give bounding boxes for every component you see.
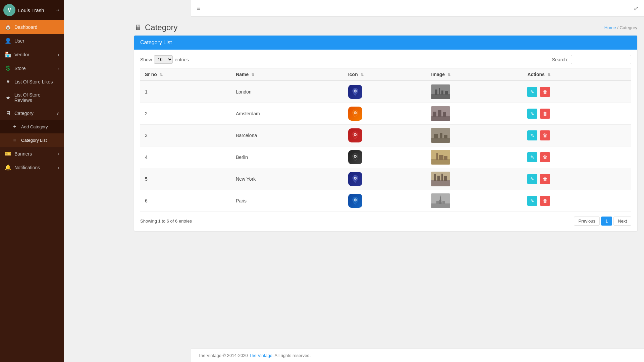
table-row: 6 Paris ✎ 🗑 [140,190,631,212]
sidebar-item-label: User [14,38,24,44]
expand-icon[interactable]: ⤢ [634,5,639,12]
breadcrumb: Home / Category [604,25,637,30]
breadcrumb-home[interactable]: Home [604,25,616,30]
sidebar-item-category-list[interactable]: ≡ Category List [0,133,64,147]
svg-rect-12 [431,138,450,143]
sidebar-item-dashboard[interactable]: 🏠 Dashboard [0,20,64,34]
sidebar-item-label: Category List [21,138,47,143]
chevron-down-icon: ∨ [56,111,59,116]
col-name[interactable]: Name ⇅ [231,68,343,81]
footer-link[interactable]: The Vintage [249,353,272,358]
next-button[interactable]: Next [613,217,631,226]
cell-srno: 3 [140,125,231,146]
banners-icon: 🎫 [5,150,11,157]
col-icon[interactable]: Icon ⇅ [343,68,427,81]
cell-image [427,168,523,190]
category-submenu: + Add Category ≡ Category List [0,120,64,147]
edit-button[interactable]: ✎ [527,196,537,206]
page-title-icon: 🖥 [134,23,142,32]
table-row: 4 Berlin ✎ 🗑 [140,146,631,168]
edit-button[interactable]: ✎ [527,152,537,162]
edit-button[interactable]: ✎ [527,174,537,184]
delete-button[interactable]: 🗑 [540,152,550,162]
footer-text: The Vintage © 2014-2020 The Vintage. All… [198,353,311,358]
search-input[interactable] [571,55,631,64]
svg-rect-10 [443,112,446,117]
sidebar-header: V Louis Trash → [0,0,64,20]
sidebar-header-icon[interactable]: → [55,7,60,13]
svg-rect-14 [440,133,442,138]
sidebar-item-category[interactable]: 🖥 Category ∨ [0,107,64,120]
dashboard-icon: 🏠 [5,24,11,30]
cell-srno: 2 [140,103,231,125]
cell-icon [343,190,427,212]
search-label: Search: [552,57,568,62]
menu-toggle-icon[interactable]: ≡ [197,4,201,12]
page-1-button[interactable]: 1 [601,217,612,226]
cell-actions: ✎ 🗑 [523,168,631,190]
star-icon: ★ [5,95,11,101]
svg-rect-26 [444,176,447,181]
cell-actions: ✎ 🗑 [523,103,631,125]
col-srno[interactable]: Sr no ⇅ [140,68,231,81]
edit-button[interactable]: ✎ [527,109,537,119]
delete-button[interactable]: 🗑 [540,196,550,206]
edit-button[interactable]: ✎ [527,87,537,97]
col-image[interactable]: Image ⇅ [427,68,523,81]
cell-image [427,146,523,168]
cell-name: New York [231,168,343,190]
main-content: ≡ ⤢ 🖥 Category Home / Category Category … [127,0,644,362]
cell-name: Berlin [231,146,343,168]
sidebar-item-user[interactable]: 👤 User [0,34,64,48]
cell-icon [343,103,427,125]
svg-rect-23 [434,174,436,181]
showing-text: Showing 1 to 6 of 6 entries [140,219,192,224]
edit-button[interactable]: ✎ [527,130,537,140]
svg-rect-15 [444,135,447,138]
search-box: Search: [552,55,631,64]
cell-image [427,190,523,212]
sidebar-item-label: Category [14,111,34,116]
entries-label: entries [175,57,189,62]
cell-actions: ✎ 🗑 [523,146,631,168]
topbar: ≡ ⤢ [191,0,644,17]
sidebar-item-store[interactable]: 💲 Store ‹ [0,61,64,75]
delete-button[interactable]: 🗑 [540,174,550,184]
category-card: Category List Show 10 25 50 100 entries … [134,36,637,231]
cell-icon [343,168,427,190]
monitor-icon: 🖥 [5,110,11,116]
sidebar-item-vendor[interactable]: 🏪 Vendor ‹ [0,48,64,61]
chevron-right-icon: ‹ [58,66,59,70]
col-actions[interactable]: Actions ⇅ [523,68,631,81]
svg-rect-22 [431,180,450,186]
sidebar: V Louis Trash → 🏠 Dashboard 👤 User 🏪 Ven… [0,0,64,362]
heart-icon: ♥ [5,79,11,85]
table-footer: Showing 1 to 6 of 6 entries Previous 1 N… [140,217,631,226]
cell-image [427,103,523,125]
sidebar-item-add-category[interactable]: + Add Category [0,120,64,133]
previous-button[interactable]: Previous [574,217,600,226]
vendor-icon: 🏪 [5,51,11,58]
svg-rect-8 [433,112,436,117]
svg-rect-2 [435,89,437,95]
delete-button[interactable]: 🗑 [540,87,550,97]
table-row: 3 Barcelona ✎ 🗑 [140,125,631,146]
sidebar-item-banners[interactable]: 🎫 Banners ‹ [0,147,64,161]
page-header: 🖥 Category Home / Category [127,17,644,36]
svg-rect-17 [431,159,450,165]
entries-select[interactable]: 10 25 50 100 [154,55,173,64]
category-table: Sr no ⇅ Name ⇅ Icon ⇅ Image ⇅ Actions ⇅ … [140,68,631,212]
sidebar-item-notifications[interactable]: 🔔 Notifications ‹ [0,161,64,174]
table-row: 2 Amsterdam ✎ 🗑 [140,103,631,125]
sidebar-item-store-likes[interactable]: ♥ List Of Store Likes [0,75,64,88]
cell-icon [343,81,427,103]
table-controls: Show 10 25 50 100 entries Search: [140,55,631,64]
cell-actions: ✎ 🗑 [523,81,631,103]
cell-srno: 4 [140,146,231,168]
delete-button[interactable]: 🗑 [540,109,550,119]
svg-rect-30 [439,200,441,204]
delete-button[interactable]: 🗑 [540,130,550,140]
avatar: V [3,4,15,16]
cell-srno: 6 [140,190,231,212]
sidebar-item-store-reviews[interactable]: ★ List Of Store Reviews [0,88,64,107]
